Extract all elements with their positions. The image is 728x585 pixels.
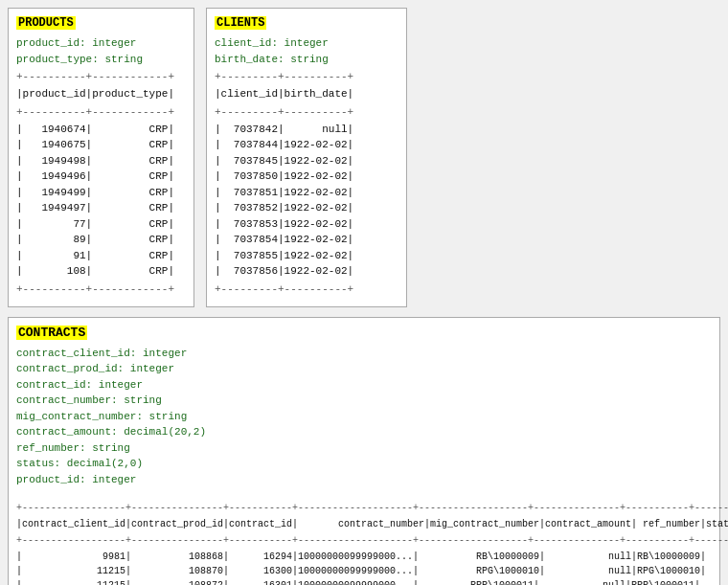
table-row: | 1949497| CRP| xyxy=(16,200,186,216)
contracts-schema-line: contract_amount: decimal(20,2) xyxy=(16,424,712,440)
table-row: | 1949498| CRP| xyxy=(16,153,186,169)
table-row: | 77| CRP| xyxy=(16,216,186,233)
contracts-rows: | 9981| 108868| 16294|10000000099999000.… xyxy=(16,550,712,585)
contracts-divider1: +------------------+----------------+---… xyxy=(16,503,712,513)
table-row: | 7037844|1922-02-02| xyxy=(215,137,398,153)
clients-header: |client_id|birth_date| xyxy=(215,86,398,102)
clients-divider3: +---------+----------+ xyxy=(215,283,398,295)
table-row: | 9981| 108868| 16294|10000000099999000.… xyxy=(16,550,712,564)
table-row: | 7037850|1922-02-02| xyxy=(215,169,398,185)
clients-title: CLIENTS xyxy=(215,16,266,30)
contracts-schema-line: contract_prod_id: integer xyxy=(16,361,712,377)
table-row: | 7037855|1922-02-02| xyxy=(215,248,398,264)
contracts-schema-line: contract_client_id: integer xyxy=(16,346,712,362)
contracts-schema-line: contract_number: string xyxy=(16,393,712,409)
clients-divider2: +---------+----------+ xyxy=(215,106,398,118)
table-row: | 7037851|1922-02-02| xyxy=(215,185,398,201)
table-row: | 11215| 108870| 16300|10000000099999000… xyxy=(16,564,712,578)
products-rows: | 1940674| CRP|| 1940675| CRP|| 1949498|… xyxy=(16,122,186,280)
clients-schema: client_id: integer birth_date: string xyxy=(215,35,398,67)
products-divider2: +----------+------------+ xyxy=(16,106,186,118)
contracts-schema-line: contract_id: integer xyxy=(16,377,712,394)
table-row: | 7037852|1922-02-02| xyxy=(215,200,398,216)
table-row: | 7037856|1922-02-02| xyxy=(215,263,398,280)
table-row: | 7037842| null| xyxy=(215,122,398,138)
products-panel: PRODUCTS product_id: integer product_typ… xyxy=(8,8,194,307)
products-divider3: +----------+------------+ xyxy=(16,283,186,295)
contracts-divider2: +------------------+----------------+---… xyxy=(16,535,712,546)
table-row: | 91| CRP| xyxy=(16,248,186,264)
table-row: | 7037845|1922-02-02| xyxy=(215,153,398,169)
contracts-schema: contract_client_id: integercontract_prod… xyxy=(16,346,712,488)
products-divider1: +----------+------------+ xyxy=(16,71,186,82)
clients-divider1: +---------+----------+ xyxy=(215,71,398,82)
clients-schema-line-2: birth_date: string xyxy=(215,52,398,68)
clients-rows: | 7037842| null|| 7037844|1922-02-02|| 7… xyxy=(215,122,398,280)
table-row: | 11215| 108872| 16301|10000000099999000… xyxy=(16,578,712,585)
table-row: | 7037853|1922-02-02| xyxy=(215,216,398,233)
table-row: | 7037854|1922-02-02| xyxy=(215,232,398,248)
table-row: | 1940674| CRP| xyxy=(16,122,186,138)
table-row: | 108| CRP| xyxy=(16,263,186,280)
contracts-panel: CONTRACTS contract_client_id: integercon… xyxy=(8,317,720,586)
contracts-header: |contract_client_id|contract_prod_id|con… xyxy=(16,517,712,531)
contracts-title: CONTRACTS xyxy=(16,326,87,340)
table-row: | 89| CRP| xyxy=(16,232,186,248)
products-header: |product_id|product_type| xyxy=(16,86,186,102)
products-schema-line-1: product_id: integer xyxy=(16,35,186,52)
table-row: | 1949496| CRP| xyxy=(16,169,186,185)
clients-schema-line-1: client_id: integer xyxy=(215,35,398,52)
contracts-schema-line: status: decimal(2,0) xyxy=(16,456,712,472)
products-title: PRODUCTS xyxy=(16,16,76,30)
contracts-schema-line: mig_contract_number: string xyxy=(16,409,712,425)
table-row: | 1940675| CRP| xyxy=(16,137,186,153)
clients-panel: CLIENTS client_id: integer birth_date: s… xyxy=(206,8,407,307)
contracts-schema-line: product_id: integer xyxy=(16,472,712,488)
contracts-schema-line: ref_number: string xyxy=(16,440,712,457)
table-row: | 1949499| CRP| xyxy=(16,185,186,201)
products-schema: product_id: integer product_type: string xyxy=(16,35,186,67)
products-schema-line-2: product_type: string xyxy=(16,52,186,68)
